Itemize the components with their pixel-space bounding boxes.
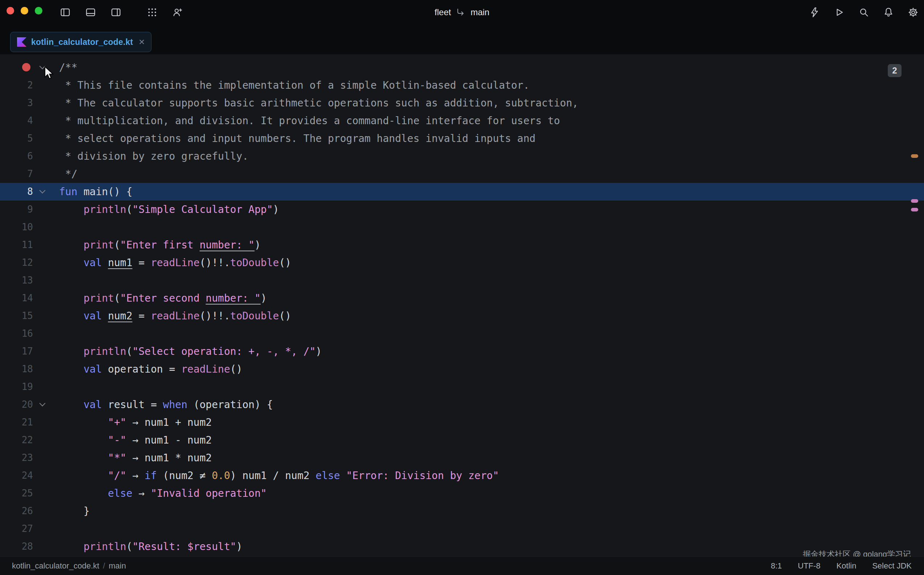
fold-column: [33, 183, 52, 200]
line-number-5[interactable]: 5: [0, 130, 33, 148]
code-line-23[interactable]: 23 "*" → num1 * num2: [0, 449, 924, 467]
line-number-10[interactable]: 10: [0, 218, 33, 236]
code-line-25[interactable]: 25 else → "Invalid operation": [0, 484, 924, 502]
close-window-button[interactable]: [6, 7, 14, 14]
line-number-17[interactable]: 17: [0, 343, 33, 360]
minimize-window-button[interactable]: [21, 7, 28, 14]
toggle-left-panel-button[interactable]: [58, 5, 72, 19]
line-number-3[interactable]: 3: [0, 94, 33, 112]
lightning-icon: [809, 7, 820, 18]
line-number-20[interactable]: 20: [0, 396, 33, 413]
quick-actions-button[interactable]: [807, 5, 822, 19]
line-number-11[interactable]: 11: [0, 236, 33, 254]
line-number-8[interactable]: 8: [0, 183, 33, 200]
code-line-27[interactable]: 27: [0, 520, 924, 538]
line-number-28[interactable]: 28: [0, 538, 33, 556]
file-language[interactable]: Kotlin: [836, 561, 856, 571]
code-line-18[interactable]: 18 val operation = readLine(): [0, 360, 924, 378]
line-number-14[interactable]: 14: [0, 289, 33, 307]
code-lines[interactable]: /**2 * This file contains the implementa…: [0, 59, 924, 556]
code-line-24[interactable]: 24 "/" → if (num2 ≠ 0.0) num1 / num2 els…: [0, 467, 924, 484]
add-collaborator-button[interactable]: [170, 5, 185, 19]
toggle-bottom-panel-button[interactable]: [83, 5, 98, 19]
file-encoding[interactable]: UTF-8: [798, 561, 820, 571]
code-line-6[interactable]: 6 * division by zero gracefully.: [0, 148, 924, 165]
line-number-1[interactable]: [0, 59, 33, 76]
code-text: print("Enter first number: "): [59, 236, 261, 254]
fold-column: [33, 343, 52, 360]
caret-position[interactable]: 8:1: [771, 561, 782, 571]
tab-kotlin-calculator-code[interactable]: kotlin_calculator_code.kt ×: [10, 32, 151, 52]
settings-button[interactable]: [906, 5, 920, 19]
line-number-18[interactable]: 18: [0, 360, 33, 378]
fold-chevron-icon[interactable]: [40, 187, 46, 194]
line-number-9[interactable]: 9: [0, 200, 33, 218]
status-widgets: 8:1 UTF-8 Kotlin Select JDK: [771, 561, 912, 571]
code-line-4[interactable]: 4 * multiplication, and division. It pro…: [0, 112, 924, 130]
fold-column: [33, 431, 52, 449]
code-line-13[interactable]: 13: [0, 272, 924, 289]
problems-badge[interactable]: 2: [888, 64, 902, 77]
breakpoint-dot[interactable]: [22, 63, 30, 71]
code-line-21[interactable]: 21 "+" → num1 + num2: [0, 413, 924, 431]
code-editor[interactable]: /**2 * This file contains the implementa…: [0, 54, 924, 556]
line-number-13[interactable]: 13: [0, 272, 33, 289]
breadcrumb-file[interactable]: kotlin_calculator_code.kt: [12, 561, 99, 571]
line-number-27[interactable]: 27: [0, 520, 33, 538]
line-number-22[interactable]: 22: [0, 431, 33, 449]
close-tab-icon[interactable]: ×: [139, 37, 145, 47]
line-number-12[interactable]: 12: [0, 254, 33, 272]
code-line-22[interactable]: 22 "-" → num1 - num2: [0, 431, 924, 449]
code-line-8[interactable]: 8fun main() {: [0, 183, 924, 200]
code-line-9[interactable]: 9 println("Simple Calculator App"): [0, 200, 924, 218]
code-text: println("Result: $result"): [59, 538, 242, 556]
app-grid-button[interactable]: [145, 5, 159, 19]
workspace-switcher[interactable]: fleet main: [435, 5, 489, 19]
breadcrumb-branch[interactable]: main: [109, 561, 126, 571]
code-line-2[interactable]: 2 * This file contains the implementatio…: [0, 76, 924, 94]
zoom-window-button[interactable]: [35, 7, 42, 14]
line-number-2[interactable]: 2: [0, 76, 33, 94]
code-line-11[interactable]: 11 print("Enter first number: "): [0, 236, 924, 254]
line-number-15[interactable]: 15: [0, 307, 33, 325]
run-button[interactable]: [832, 5, 846, 19]
code-line-26[interactable]: 26 }: [0, 502, 924, 520]
code-line-5[interactable]: 5 * select operations and input numbers.…: [0, 130, 924, 148]
code-line-12[interactable]: 12 val num1 = readLine()!!.toDouble(): [0, 254, 924, 272]
line-number-6[interactable]: 6: [0, 148, 33, 165]
tab-filename: kotlin_calculator_code.kt: [31, 37, 133, 47]
toggle-right-panel-button[interactable]: [109, 5, 123, 19]
code-line-16[interactable]: 16: [0, 325, 924, 343]
line-number-24[interactable]: 24: [0, 467, 33, 484]
code-line-28[interactable]: 28 println("Result: $result"): [0, 538, 924, 556]
code-line-1[interactable]: /**: [0, 59, 924, 76]
notifications-button[interactable]: [881, 5, 896, 19]
line-number-19[interactable]: 19: [0, 378, 33, 396]
line-number-16[interactable]: 16: [0, 325, 33, 343]
kotlin-file-icon: [17, 37, 27, 47]
code-text: else → "Invalid operation": [59, 484, 267, 502]
code-line-19[interactable]: 19: [0, 378, 924, 396]
select-jdk[interactable]: Select JDK: [872, 561, 912, 571]
code-line-17[interactable]: 17 println("Select operation: +, -, *, /…: [0, 343, 924, 360]
line-number-25[interactable]: 25: [0, 484, 33, 502]
line-number-7[interactable]: 7: [0, 165, 33, 183]
code-text: val operation = readLine(): [59, 360, 242, 378]
line-number-21[interactable]: 21: [0, 413, 33, 431]
code-text: }: [59, 502, 89, 520]
code-line-14[interactable]: 14 print("Enter second number: "): [0, 289, 924, 307]
code-line-3[interactable]: 3 * The calculator supports basic arithm…: [0, 94, 924, 112]
fold-chevron-icon[interactable]: [40, 400, 46, 407]
code-line-7[interactable]: 7 */: [0, 165, 924, 183]
line-number-23[interactable]: 23: [0, 449, 33, 467]
code-line-20[interactable]: 20 val result = when (operation) {: [0, 396, 924, 413]
line-number-4[interactable]: 4: [0, 112, 33, 130]
line-number-26[interactable]: 26: [0, 502, 33, 520]
search-button[interactable]: [857, 5, 871, 19]
code-line-15[interactable]: 15 val num2 = readLine()!!.toDouble(): [0, 307, 924, 325]
fold-column: [33, 449, 52, 467]
fold-column: [33, 112, 52, 130]
window-controls: [6, 7, 42, 14]
code-text: * multiplication, and division. It provi…: [59, 112, 560, 130]
code-line-10[interactable]: 10: [0, 218, 924, 236]
